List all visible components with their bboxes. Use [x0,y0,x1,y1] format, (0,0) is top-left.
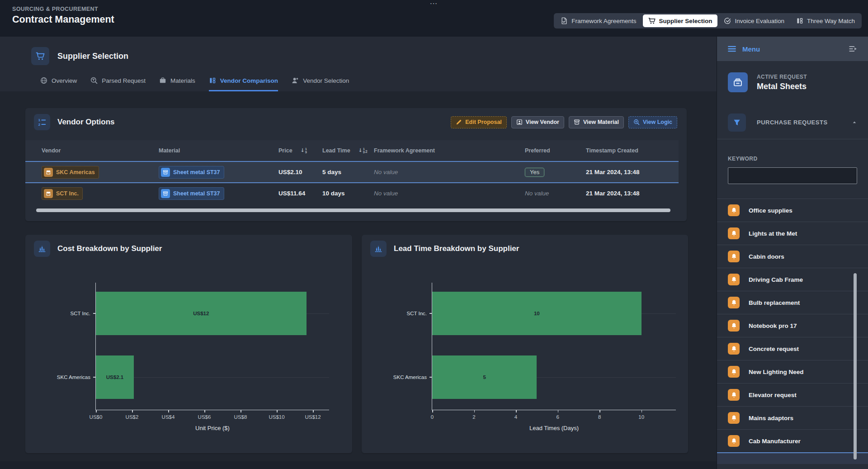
svg-text:2: 2 [38,123,41,126]
tab-vendor-comparison[interactable]: Vendor Comparison [209,77,278,91]
view-logic-button[interactable]: View Logic [628,116,677,128]
x-tick-mark [599,410,600,412]
table-row[interactable]: SCT Inc.Sheet metal ST37US$11.6410 daysN… [25,183,679,204]
sort-numeric-icon[interactable]: ↓192 [359,147,368,154]
ordered-list-icon: 12 [34,114,50,130]
vendor-cell: SKC Americas [42,166,159,179]
button-label: View Logic [643,119,672,125]
bar-value-label: US$12 [193,311,209,316]
purchase-request-item-new-lighting-need[interactable]: New Lighting Need [717,360,868,383]
material-box-icon [163,170,168,175]
x-tick-label: 0 [431,414,434,420]
purchase-request-list: Office suppliesLights at the MetCabin do… [717,199,868,452]
selected-request-partial-row[interactable] [717,452,868,464]
purchase-request-item-elevator-request[interactable]: Elevator request [717,383,868,406]
x-tick-label: 10 [638,414,644,420]
request-label: Office supplies [749,207,793,214]
view-material-button[interactable]: View Material [569,116,624,128]
column-header-price[interactable]: Price↓19 [278,147,322,154]
request-label: Bulb replacement [749,299,800,306]
purchase-request-item-lights-at-the-met[interactable]: Lights at the Met [717,222,868,245]
nav-tab-label: Supplier Selection [659,18,712,24]
column-header-material: Material [159,147,278,154]
column-header-lead-time[interactable]: Lead Time↓192 [322,147,374,154]
x-tick-mark [277,410,278,412]
hamburger-menu-icon[interactable] [728,45,736,53]
x-tick-label: US$0 [90,414,103,420]
nav-tab-invoice-evaluation[interactable]: Invoice Evaluation [718,14,790,27]
button-label: View Material [583,119,619,125]
tab-overview[interactable]: Overview [40,77,77,91]
purchase-request-item-office-supplies[interactable]: Office supplies [717,199,868,222]
tab-materials[interactable]: Materials [159,77,195,91]
bell-icon [728,343,740,355]
table-horizontal-scrollbar[interactable] [36,208,670,212]
caret-up-icon[interactable] [852,120,857,125]
cart-icon [31,47,49,65]
nav-tab-three-way-match[interactable]: Three Way Match [791,14,860,27]
chart-bar-skc-americas: 5 [432,355,537,399]
purchase-request-item-cabin-doors[interactable]: Cabin doors [717,245,868,268]
bar-chart-icon [374,245,382,253]
purchase-request-item-cab-manufacturer[interactable]: Cab Manufacturer [717,429,868,452]
bell-icon [728,204,740,216]
vendor-name: SCT Inc. [56,190,79,197]
vendor-name: SKC Americas [56,169,95,175]
bell-icon [731,369,737,375]
menu-label[interactable]: Menu [742,45,760,53]
material-box-icon [574,119,580,125]
purchase-request-item-driving-cab-frame[interactable]: Driving Cab Frame [717,268,868,291]
x-tick-mark [474,410,475,412]
purchase-request-item-concrete-request[interactable]: Concrete request [717,337,868,360]
purchase-request-item-bulb-replacement[interactable]: Bulb replacement [717,291,868,314]
sidebar-scrollbar[interactable] [854,273,857,460]
shop-icon [46,170,51,175]
pencil-icon [456,119,462,125]
x-tick-label: US$2 [126,414,139,420]
request-label: New Lighting Need [749,369,804,375]
tab-vendor-selection[interactable]: Vendor Selection [292,77,349,91]
x-tick-label: US$8 [234,414,247,420]
bell-icon [728,389,740,401]
material-chip[interactable]: Sheet metal ST37 [159,187,224,200]
view-vendor-button[interactable]: View Vendor [511,116,564,128]
request-label: Concrete request [749,346,799,352]
edit-proposal-button[interactable]: Edit Proposal [451,116,507,128]
active-request-block: ACTIVE REQUEST Metal Sheets [717,61,868,106]
timestamp-cell: 21 Mar 2024, 13:48 [586,169,679,175]
bar-value-label: US$2.1 [106,374,123,380]
table-row[interactable]: SKC AmericasSheet metal ST37US$2.105 day… [25,161,679,183]
bell-icon [728,412,740,424]
lead-time-cell: 10 days [322,190,374,197]
nav-tab-framework-agreements[interactable]: Framework Agreements [555,14,642,27]
request-label: Cab Manufacturer [749,438,801,445]
window-ellipsis: ... [430,0,438,5]
purchase-request-item-mains-adaptors[interactable]: Mains adaptors [717,406,868,429]
bell-icon [728,251,740,262]
vendor-chip[interactable]: SKC Americas [42,166,99,179]
price-cell: US$2.10 [278,169,322,175]
purchase-request-item-notebook-pro-17[interactable]: Notebook pro 17 [717,314,868,337]
nav-tab-supplier-selection[interactable]: Supplier Selection [643,14,718,27]
material-chip[interactable]: Sheet metal ST37 [159,166,224,179]
column-label: Preferred [525,147,550,154]
collapse-panel-icon[interactable] [849,45,857,53]
sidebar-menu-bar: Menu [717,37,868,61]
x-tick-mark [241,410,241,412]
sort-numeric-digits: 19 [305,147,307,154]
cost-chart-title: Cost Breakdown by Supplier [57,244,162,253]
tab-label: Overview [52,77,77,84]
purchase-requests-section-toggle[interactable]: PURCHASE REQUESTS [717,106,868,139]
app-eyebrow: SOURCING & PROCUREMENT [12,6,114,12]
archive-icon [733,77,743,87]
bell-icon [728,297,740,308]
bell-icon [731,346,737,352]
price-cell: US$11.64 [278,190,322,197]
top-header: SOURCING & PROCUREMENT Contract Manageme… [0,0,868,37]
x-tick-mark [204,410,205,412]
sort-numeric-icon[interactable]: ↓19 [301,147,307,154]
vendor-chip[interactable]: SCT Inc. [42,187,83,200]
keyword-input[interactable] [728,167,857,184]
tab-parsed-request[interactable]: Parsed Request [90,77,146,91]
bell-icon [728,227,740,239]
